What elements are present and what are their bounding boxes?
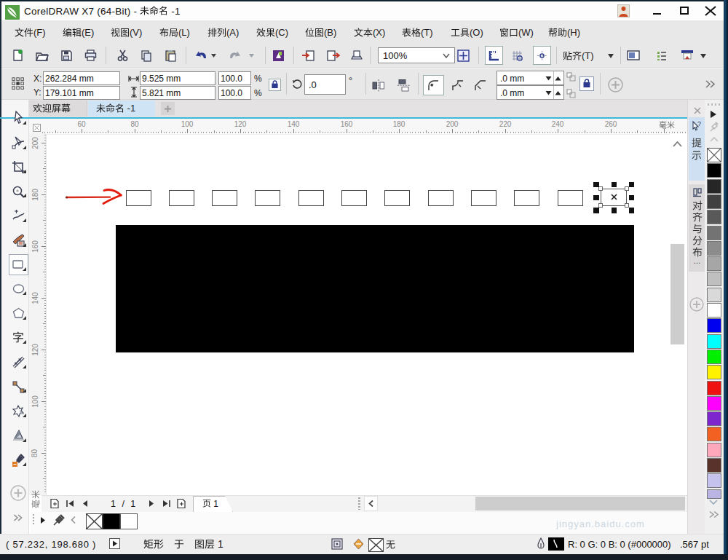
svg-text:?: ? [697, 120, 701, 127]
